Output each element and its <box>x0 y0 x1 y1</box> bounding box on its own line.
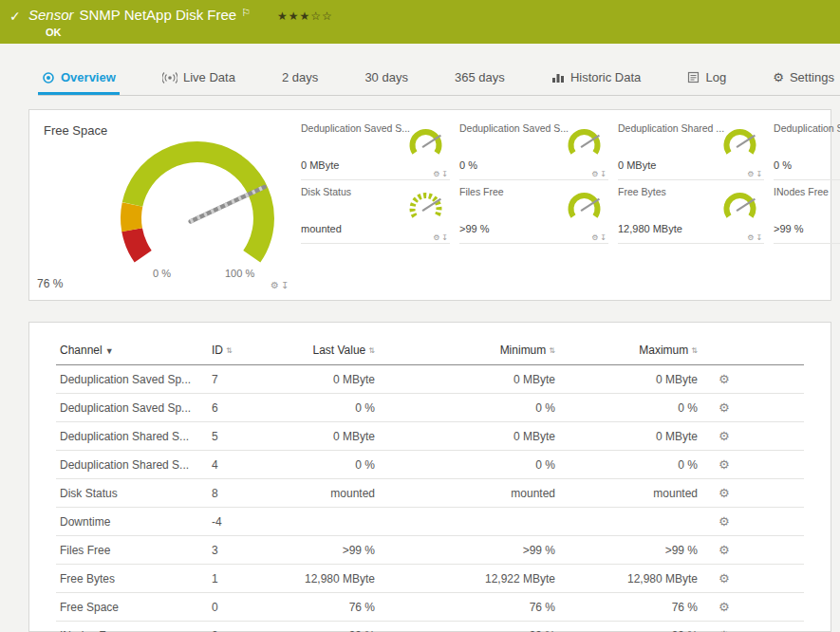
table-row[interactable]: Free Space 0 76 % 76 % 76 % ⚙ <box>56 593 804 622</box>
gear-icon[interactable]: ⚙ <box>591 233 598 242</box>
cell-id: 0 <box>208 593 265 622</box>
log-icon <box>687 71 700 84</box>
table-row[interactable]: Free Bytes 1 12,980 MByte 12,922 MByte 1… <box>56 565 804 593</box>
tab-overview[interactable]: Overview <box>38 61 120 95</box>
table-row[interactable]: Deduplication Saved Sp... 7 0 MByte 0 MB… <box>56 365 804 394</box>
gear-icon[interactable]: ⚙ <box>747 170 754 178</box>
tab-365-days[interactable]: 365 days <box>451 61 509 95</box>
tab-30-days[interactable]: 30 days <box>361 61 412 95</box>
channel-settings-gear-icon[interactable]: ⚙ <box>701 508 804 536</box>
gear-icon[interactable]: ⚙ <box>271 280 279 290</box>
overview-icon <box>42 71 55 84</box>
table-row[interactable]: Downtime -4 ⚙ <box>56 508 804 536</box>
pin-icon[interactable]: ↧ <box>600 233 607 242</box>
col-header-channel[interactable]: Channel▼ <box>56 336 208 365</box>
tab-live-data[interactable]: Live Data <box>159 61 239 95</box>
channel-settings-gear-icon[interactable]: ⚙ <box>701 479 804 508</box>
mini-gauge-cell: Deduplication Saved S... 0 MByte ⚙↧ <box>301 120 450 180</box>
tab-label: Settings <box>790 70 834 84</box>
historic-data-icon <box>551 71 565 84</box>
gear-icon[interactable]: ⚙ <box>747 233 754 242</box>
gear-icon[interactable]: ⚙ <box>591 170 598 178</box>
sort-icon[interactable]: ⇅ <box>368 346 375 355</box>
cell-channel[interactable]: Deduplication Shared S... <box>56 422 208 451</box>
channel-settings-gear-icon[interactable]: ⚙ <box>701 536 804 565</box>
tab-2-days[interactable]: 2 days <box>278 61 322 95</box>
mini-gauge-value: 0 MByte <box>301 159 339 171</box>
cell-channel[interactable]: Deduplication Shared S... <box>56 451 208 479</box>
sort-icon[interactable]: ⇅ <box>691 346 698 355</box>
tab-bar: Overview Live Data 2 days 30 days 365 da… <box>38 61 840 96</box>
cell-channel[interactable]: Disk Status <box>56 479 208 508</box>
mini-gauge-cell: Free Bytes 12,980 MByte ⚙↧ <box>618 183 764 244</box>
mini-gauge-title: Files Free <box>459 183 569 197</box>
mini-gauge-grid: Deduplication Saved S... 0 MByte ⚙↧ Dedu… <box>297 110 840 300</box>
mini-gauge-title: Deduplication Shared ... <box>618 120 724 134</box>
table-row[interactable]: Files Free 3 >99 % >99 % >99 % ⚙ <box>56 536 804 565</box>
mini-gauge-cell: Deduplication Shared ... 0 MByte ⚙↧ <box>618 120 764 180</box>
col-header-last-value[interactable]: Last Value⇅ <box>265 336 379 365</box>
channel-settings-gear-icon[interactable]: ⚙ <box>701 622 804 632</box>
channel-settings-gear-icon[interactable]: ⚙ <box>701 565 804 593</box>
priority-stars[interactable]: ★★★☆☆ <box>277 9 333 23</box>
tab-settings[interactable]: ⚙ Settings <box>769 61 838 95</box>
channel-settings-gear-icon[interactable]: ⚙ <box>701 365 804 394</box>
stars-empty[interactable]: ☆☆ <box>310 9 333 23</box>
priority-flag-icon[interactable]: ⚐ <box>241 7 251 18</box>
cell-minimum <box>379 508 559 536</box>
mini-gauge-title: Deduplication Saved S... <box>459 120 569 134</box>
cell-last-value <box>265 508 379 536</box>
cell-channel[interactable]: Downtime <box>56 508 208 536</box>
cell-channel[interactable]: Free Bytes <box>56 565 208 593</box>
cell-maximum: 0 MByte <box>559 422 701 451</box>
tab-log[interactable]: Log <box>683 61 730 95</box>
channel-settings-gear-icon[interactable]: ⚙ <box>701 422 804 451</box>
table-row[interactable]: Deduplication Shared S... 5 0 MByte 0 MB… <box>56 422 804 451</box>
pin-icon[interactable]: ↧ <box>756 170 762 178</box>
mini-gauge-title: INodes Free <box>774 183 840 197</box>
mini-gauge-dashed <box>404 189 448 229</box>
pin-icon[interactable]: ↧ <box>441 233 448 242</box>
gear-icon[interactable]: ⚙ <box>433 233 439 242</box>
stars-filled[interactable]: ★★★ <box>277 9 310 23</box>
tab-historic-data[interactable]: Historic Data <box>548 61 644 95</box>
tab-label: 30 days <box>364 70 408 84</box>
mini-gauge-cell: Deduplication Saved S... 0 % ⚙↧ <box>459 120 608 180</box>
cell-last-value: 0 MByte <box>265 365 379 394</box>
table-row[interactable]: Deduplication Saved Sp... 6 0 % 0 % 0 % … <box>56 394 804 422</box>
cell-channel[interactable]: Deduplication Saved Sp... <box>56 365 208 394</box>
col-header-maximum[interactable]: Maximum⇅ <box>559 336 701 365</box>
gauge-value: 76 % <box>37 277 63 290</box>
cell-channel[interactable]: Free Space <box>56 593 208 622</box>
cell-channel[interactable]: Deduplication Saved Sp... <box>56 394 208 422</box>
pin-icon[interactable]: ↧ <box>281 280 289 290</box>
status-badge: OK <box>46 27 62 38</box>
mini-gauge <box>719 125 762 165</box>
pin-icon[interactable]: ↧ <box>600 170 607 178</box>
table-row[interactable]: Disk Status 8 mounted mounted mounted ⚙ <box>56 479 804 508</box>
channel-settings-gear-icon[interactable]: ⚙ <box>701 593 804 622</box>
pin-icon[interactable]: ↧ <box>441 170 448 178</box>
channel-settings-gear-icon[interactable]: ⚙ <box>701 394 804 422</box>
sort-icon[interactable]: ⇅ <box>226 346 233 355</box>
channel-settings-gear-icon[interactable]: ⚙ <box>701 451 804 479</box>
object-kind-label: Sensor <box>28 7 74 23</box>
cell-id: -4 <box>208 508 265 536</box>
mini-gauge <box>563 125 607 165</box>
col-header-minimum[interactable]: Minimum⇅ <box>379 336 559 365</box>
table-row[interactable]: Deduplication Shared S... 4 0 % 0 % 0 % … <box>56 451 804 479</box>
mini-gauge-title: Disk Status <box>301 183 410 197</box>
gear-icon[interactable]: ⚙ <box>433 170 439 178</box>
pin-icon[interactable]: ↧ <box>756 233 762 242</box>
sort-icon[interactable]: ⇅ <box>549 346 555 355</box>
cell-channel[interactable]: Files Free <box>56 536 208 565</box>
cell-id: 4 <box>208 451 265 479</box>
cell-minimum: 0 MByte <box>379 365 559 394</box>
table-row[interactable]: INodes Free 2 >99 % >99 % >99 % ⚙ <box>56 622 804 632</box>
cell-minimum: 0 % <box>379 394 559 422</box>
cell-channel[interactable]: INodes Free <box>56 622 208 632</box>
col-header-id[interactable]: ID⇅ <box>208 336 265 365</box>
sort-desc-icon[interactable]: ▼ <box>105 346 114 356</box>
primary-channel-gauge: Free Space 0 % 100 % 76 % ⚙↧ <box>29 110 297 300</box>
cell-maximum <box>559 508 701 536</box>
